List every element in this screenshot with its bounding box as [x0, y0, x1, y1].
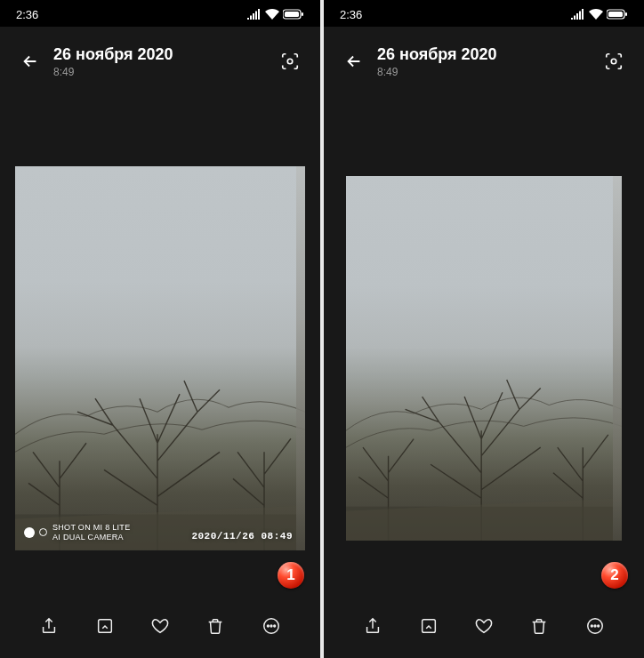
edit-icon: [95, 616, 115, 636]
svg-point-8: [270, 625, 272, 627]
watermark-line2: AI DUAL CAMERA: [52, 533, 130, 542]
more-icon: [262, 616, 281, 636]
delete-button[interactable]: [519, 606, 559, 646]
arrow-left-icon: [20, 52, 40, 71]
header-title: 26 ноября 2020 8:49: [53, 45, 274, 78]
share-icon: [363, 616, 382, 636]
svg-point-7: [267, 625, 269, 627]
edit-button[interactable]: [409, 606, 448, 646]
photo-time: 8:49: [377, 66, 598, 78]
more-button[interactable]: [576, 606, 615, 646]
photo-trees: [15, 327, 305, 550]
svg-point-19: [598, 625, 600, 627]
photo-trees: [346, 329, 622, 541]
photo-content: SHOT ON MI 8 LITE AI DUAL CAMERA 2020/11…: [15, 166, 305, 550]
signal-icon: [247, 9, 262, 20]
svg-rect-11: [608, 12, 623, 17]
photo-viewport[interactable]: [324, 96, 644, 594]
svg-rect-2: [302, 12, 303, 16]
more-icon: [585, 616, 605, 636]
svg-point-13: [611, 59, 616, 64]
google-lens-icon: [604, 52, 624, 71]
watermark-dot-icon: [39, 528, 47, 536]
google-lens-button[interactable]: [274, 45, 306, 77]
photo-content: [346, 176, 622, 541]
back-button[interactable]: [338, 45, 370, 77]
more-button[interactable]: [252, 606, 291, 646]
bottom-toolbar: [0, 594, 320, 658]
heart-icon: [150, 616, 170, 636]
favorite-button[interactable]: [464, 606, 503, 646]
svg-point-3: [287, 59, 293, 64]
share-icon: [39, 616, 59, 636]
status-icons: [247, 9, 304, 20]
battery-icon: [283, 9, 304, 20]
google-lens-icon: [280, 52, 300, 71]
status-time: 2:36: [16, 8, 38, 21]
trash-icon: [205, 616, 225, 636]
annotation-badge: 1: [278, 562, 304, 589]
arrow-left-icon: [344, 52, 364, 71]
heart-icon: [474, 616, 494, 636]
svg-rect-1: [285, 12, 299, 17]
trash-icon: [529, 616, 549, 636]
back-button[interactable]: [14, 45, 46, 77]
status-icons: [571, 9, 628, 20]
share-button[interactable]: [353, 606, 392, 646]
delete-button[interactable]: [196, 606, 235, 646]
phone-screenshot-left: 2:36 26 ноября 2020 8:49: [0, 0, 322, 658]
app-header: 26 ноября 2020 8:49: [0, 27, 320, 96]
watermark-dot-icon: [24, 527, 35, 538]
photo-date: 26 ноября 2020: [377, 45, 598, 64]
svg-point-17: [591, 625, 592, 627]
status-bar: 2:36: [324, 0, 644, 27]
photo-viewport[interactable]: SHOT ON MI 8 LITE AI DUAL CAMERA 2020/11…: [0, 96, 320, 594]
svg-point-9: [274, 625, 276, 627]
signal-icon: [571, 9, 585, 20]
photo-date: 26 ноября 2020: [53, 45, 274, 64]
header-title: 26 ноября 2020 8:49: [377, 45, 598, 78]
wifi-icon: [265, 9, 279, 20]
photo-watermark: SHOT ON MI 8 LITE AI DUAL CAMERA: [24, 523, 130, 542]
edit-icon: [419, 616, 439, 636]
annotation-badge: 2: [601, 562, 628, 589]
watermark-timestamp: 2020/11/26 08:49: [191, 531, 293, 542]
bottom-toolbar: [324, 594, 644, 658]
share-button[interactable]: [29, 606, 68, 646]
favorite-button[interactable]: [141, 606, 180, 646]
app-header: 26 ноября 2020 8:49: [324, 27, 644, 96]
wifi-icon: [589, 9, 603, 20]
status-bar: 2:36: [0, 0, 320, 27]
svg-point-18: [594, 625, 596, 627]
watermark-line1: SHOT ON MI 8 LITE: [52, 523, 130, 532]
battery-icon: [607, 9, 628, 20]
google-lens-button[interactable]: [598, 45, 630, 77]
photo-time: 8:49: [53, 66, 274, 78]
svg-rect-12: [625, 12, 627, 16]
phone-screenshot-right: 2:36 26 ноября 2020 8:49: [322, 0, 644, 658]
edit-button[interactable]: [85, 606, 125, 646]
status-time: 2:36: [340, 8, 362, 21]
